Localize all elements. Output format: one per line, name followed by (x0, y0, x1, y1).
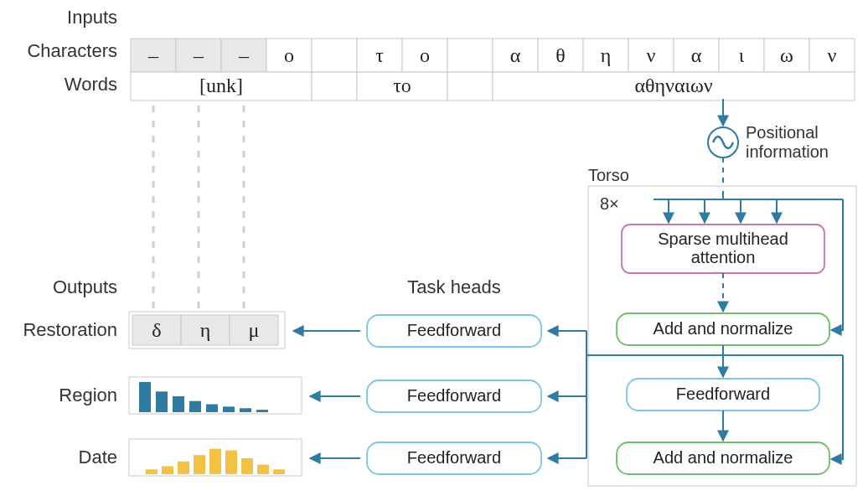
torso-label: Torso (588, 166, 629, 184)
date-bar (241, 458, 253, 474)
region-bar (240, 408, 251, 412)
date-bar (257, 465, 269, 474)
task-head-region-text: Feedforward (407, 386, 501, 405)
region-bar (156, 391, 168, 412)
date-bar (146, 469, 158, 474)
word-cell-text: [unk] (199, 75, 243, 96)
char-cell-text: τ (375, 44, 384, 66)
char-cell-text: ν (828, 44, 837, 66)
word-cell (447, 72, 493, 101)
date-bar (178, 462, 189, 474)
words-row: [unk]τοαθηναιων (131, 72, 855, 101)
word-cell (312, 72, 357, 101)
task-head-restoration: Feedforward (367, 315, 541, 347)
torso-repeat-label: 8× (600, 194, 619, 213)
outputs-label: Outputs (53, 276, 117, 297)
char-cell-text: – (193, 44, 204, 66)
restoration-output: δημ (132, 315, 278, 345)
torso-attention-text-1: Sparse multihead (658, 230, 788, 248)
char-cell-text: – (238, 44, 250, 66)
date-row-label: Date (79, 447, 117, 467)
words-label: Words (65, 74, 117, 95)
restoration-row-label: Restoration (23, 319, 117, 340)
char-cell-text: η (601, 44, 612, 66)
region-bar (256, 410, 268, 412)
torso-addnorm-1-text: Add and normalize (654, 319, 793, 338)
region-bar (206, 405, 218, 413)
char-cell-text: ι (739, 44, 745, 66)
char-cell-text: – (147, 44, 159, 66)
torso-feedforward-text: Feedforward (676, 385, 770, 403)
region-bar (173, 396, 184, 412)
region-bar (189, 401, 201, 412)
task-head-date: Feedforward (367, 442, 541, 474)
task-head-restoration-text: Feedforward (407, 321, 501, 339)
date-bar (209, 449, 221, 474)
task-heads-label: Task heads (407, 276, 500, 297)
restoration-cell-text: δ (152, 319, 161, 341)
positional-label-2: information (746, 142, 829, 161)
char-cell-text: α (691, 44, 702, 66)
date-bar (162, 467, 173, 475)
unk-dashed-connectors (153, 106, 244, 308)
char-cell (312, 39, 357, 72)
characters-row: –––οτοαθηναιων (131, 39, 855, 72)
torso-attention-text-2: attention (691, 248, 756, 266)
restoration-cell-text: η (200, 319, 211, 341)
char-cell-text: θ (555, 44, 566, 66)
word-cell-text: το (393, 75, 411, 96)
word-cell-text: αθηναιων (634, 75, 712, 96)
task-head-region: Feedforward (367, 380, 541, 412)
characters-label: Characters (27, 40, 117, 61)
char-cell-text: ω (780, 44, 793, 66)
inputs-label: Inputs (67, 7, 117, 28)
char-cell-text: ο (420, 44, 430, 66)
torso-addnorm-2-text: Add and normalize (654, 448, 793, 467)
region-row-label: Region (59, 385, 117, 405)
task-head-date-text: Feedforward (407, 448, 501, 467)
char-cell (447, 39, 493, 72)
char-cell-text: α (510, 44, 521, 66)
date-bar (225, 451, 237, 475)
region-bar (139, 382, 151, 412)
char-cell-text: ο (284, 44, 294, 66)
restoration-cell-text: μ (249, 319, 260, 341)
date-bar (273, 469, 285, 474)
char-cell-text: ν (647, 44, 656, 66)
region-bar (223, 406, 235, 412)
positional-label-1: Positional (746, 123, 819, 142)
date-bar (194, 455, 205, 474)
